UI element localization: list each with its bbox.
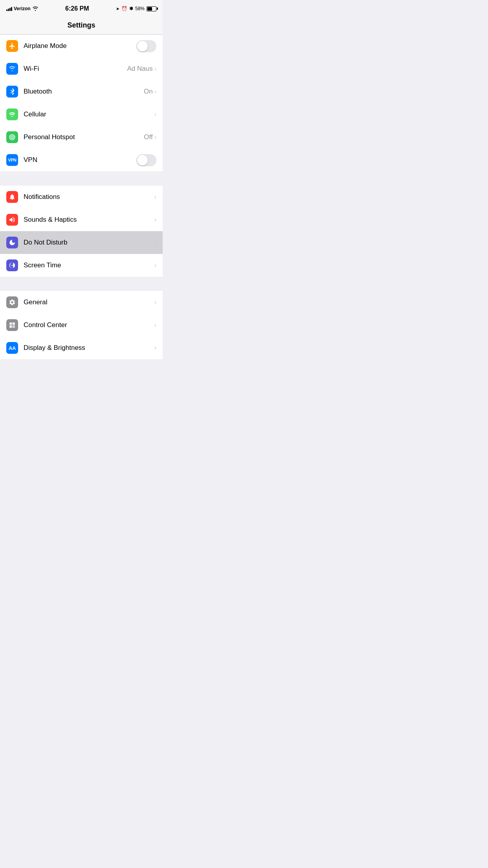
display-brightness-label: Display & Brightness [24,344,85,352]
cellular-chevron: › [154,111,156,118]
svg-rect-2 [13,323,14,324]
settings-group-display: General › Control Center › [0,291,163,359]
carrier-label: Verizon [14,6,31,11]
dnd-chevron: › [154,239,156,246]
settings-row-airplane-mode[interactable]: Airplane Mode [0,35,163,57]
wifi-status-icon [32,6,39,11]
control-center-chevron: › [154,322,156,329]
section-gap-2 [0,277,163,291]
cellular-icon [6,108,18,120]
settings-row-cellular[interactable]: Cellular › [0,103,163,126]
hotspot-label: Personal Hotspot [24,133,75,141]
settings-row-do-not-disturb[interactable]: Do Not Disturb › [0,231,163,254]
notifications-chevron: › [154,193,156,200]
settings-row-control-center[interactable]: Control Center › [0,314,163,337]
wifi-icon [6,63,18,75]
settings-row-wifi[interactable]: Wi-Fi Ad Naus › [0,57,163,80]
bluetooth-chevron: › [154,88,156,95]
hotspot-chevron: › [154,134,156,141]
wifi-chevron: › [154,65,156,72]
dnd-label: Do Not Disturb [24,239,67,246]
control-center-icon [6,319,18,331]
display-brightness-icon: AA [6,342,18,354]
cellular-label: Cellular [24,110,46,118]
status-right: ➤ ⏰ ✱ 58% [116,6,156,11]
settings-row-personal-hotspot[interactable]: Personal Hotspot Off › [0,126,163,149]
settings-row-general[interactable]: General › [0,291,163,314]
settings-group-connectivity: Airplane Mode Wi-Fi Ad Naus › Bluetooth [0,35,163,171]
nav-bar: Settings [0,17,163,35]
general-icon [6,296,18,308]
settings-row-vpn[interactable]: VPN VPN [0,149,163,171]
signal-icon [6,6,12,11]
notifications-icon [6,191,18,203]
section-gap-1 [0,171,163,186]
screen-time-icon [6,259,18,271]
screen-time-chevron: › [154,262,156,269]
status-bar: Verizon 6:26 PM ➤ ⏰ ✱ 58% [0,0,163,17]
battery-icon [147,6,156,11]
wifi-label: Wi-Fi [24,65,39,73]
sounds-icon [6,214,18,226]
notifications-label: Notifications [24,193,60,201]
status-time: 6:26 PM [65,5,89,12]
general-label: General [24,298,47,306]
settings-row-screen-time[interactable]: Screen Time › [0,254,163,277]
display-brightness-chevron: › [154,344,156,351]
page-title: Settings [67,21,95,29]
battery-percent: 58% [135,6,145,11]
dnd-icon [6,237,18,248]
settings-row-display-brightness[interactable]: AA Display & Brightness › [0,337,163,359]
bluetooth-value: On [144,88,153,96]
wifi-value: Ad Naus [127,65,152,73]
settings-row-notifications[interactable]: Notifications › [0,186,163,208]
bluetooth-icon [6,86,18,97]
vpn-label: VPN [24,156,37,164]
svg-rect-0 [10,323,11,324]
sounds-chevron: › [154,216,156,223]
settings-group-notifications: Notifications › Sounds & Haptics › Do [0,186,163,277]
control-center-label: Control Center [24,321,67,329]
bluetooth-status-icon: ✱ [129,6,133,11]
status-left: Verizon [6,6,39,11]
alarm-icon: ⏰ [121,6,127,11]
general-chevron: › [154,299,156,306]
hotspot-icon [6,131,18,143]
location-icon: ➤ [116,6,119,11]
airplane-mode-toggle[interactable] [136,40,156,52]
airplane-mode-label: Airplane Mode [24,42,67,50]
vpn-icon: VPN [6,154,18,166]
settings-row-bluetooth[interactable]: Bluetooth On › [0,80,163,103]
svg-rect-1 [10,326,11,327]
screen-time-label: Screen Time [24,261,61,269]
vpn-toggle[interactable] [136,154,156,166]
airplane-mode-icon [6,40,18,52]
bluetooth-label: Bluetooth [24,88,52,96]
sounds-label: Sounds & Haptics [24,216,77,224]
settings-row-sounds[interactable]: Sounds & Haptics › [0,208,163,231]
hotspot-value: Off [144,133,152,141]
